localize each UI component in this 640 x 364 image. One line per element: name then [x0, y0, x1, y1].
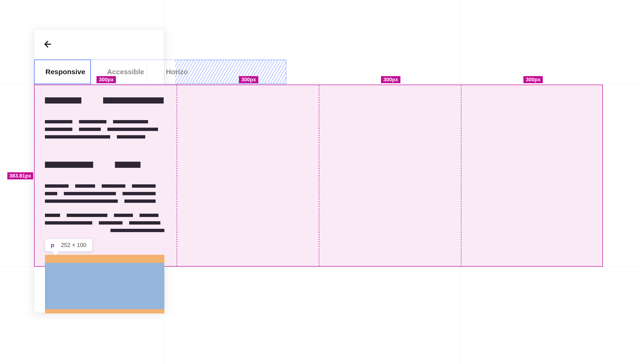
- tab-accessible[interactable]: Accessible: [107, 68, 144, 76]
- tooltip-tag: p: [51, 242, 55, 248]
- grid-column-divider: [177, 85, 177, 266]
- element-tooltip: p 252 × 100: [45, 239, 92, 252]
- tab-divider: [147, 60, 147, 84]
- tab-horizontal[interactable]: Horizo: [166, 68, 188, 76]
- boxmodel-margin-bottom: [45, 309, 164, 314]
- grid-height-badge: 383.81px: [7, 172, 33, 180]
- grid-column-width-badge: 300px: [381, 76, 400, 83]
- grid-column-divider: [319, 85, 319, 266]
- boxmodel-content: [45, 263, 164, 309]
- tab-divider: [91, 60, 91, 84]
- grid-column-divider: [461, 85, 461, 266]
- tabrow-overflow-hatch: [175, 60, 286, 84]
- grid-column-width-badge: 300px: [97, 76, 116, 83]
- tab-responsive[interactable]: Responsive: [46, 68, 85, 76]
- grid-column-width-badge: 300px: [523, 76, 543, 83]
- grid-column-width-badge: 300px: [239, 76, 258, 83]
- tooltip-dimensions: 252 × 100: [61, 242, 86, 248]
- placeholder-content: [45, 98, 164, 236]
- canvas-grid-h: [0, 314, 640, 314]
- boxmodel-margin-top: [45, 255, 164, 263]
- arrow-left-icon[interactable]: [43, 40, 51, 50]
- device-topbar: [34, 30, 164, 60]
